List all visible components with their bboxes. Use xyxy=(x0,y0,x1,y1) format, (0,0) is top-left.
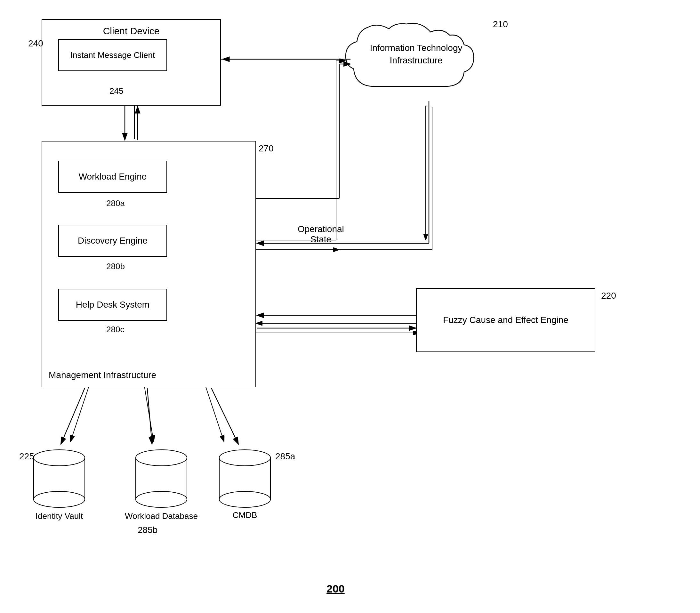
it-infrastructure-text: Information Technology Infrastructure xyxy=(367,42,466,67)
svg-point-19 xyxy=(34,491,85,507)
workload-database-db: Workload Database xyxy=(125,445,198,522)
figure-number: 200 xyxy=(327,583,345,595)
workload-database-label: Workload Database xyxy=(125,510,198,522)
id-270: 270 xyxy=(259,143,274,154)
discovery-engine-box: Discovery Engine xyxy=(58,225,167,257)
instant-message-client-label: Instant Message Client xyxy=(70,50,155,60)
help-desk-system-box: Help Desk System xyxy=(58,289,167,321)
id-240: 240 xyxy=(28,38,43,49)
svg-line-16 xyxy=(205,384,224,442)
svg-point-22 xyxy=(136,491,187,507)
id-285a: 285a xyxy=(275,451,295,461)
svg-point-18 xyxy=(34,450,85,466)
id-285b: 285b xyxy=(137,525,158,535)
discovery-engine-label: Discovery Engine xyxy=(78,236,147,246)
management-infrastructure-box: Management Infrastructure Workload Engin… xyxy=(42,141,256,387)
client-device-box: Client Device Instant Message Client 245 xyxy=(42,19,221,106)
cmdb-label: CMDB xyxy=(233,510,257,520)
id-245: 245 xyxy=(109,86,123,96)
fuzzy-engine-label: Fuzzy Cause and Effect Engine xyxy=(440,312,572,328)
cmdb-db: CMDB xyxy=(217,445,272,520)
svg-point-25 xyxy=(219,491,270,507)
id-280a: 280a xyxy=(106,198,125,208)
identity-vault-db: Identity Vault xyxy=(32,445,87,522)
it-infrastructure-cloud: Information Technology Infrastructure xyxy=(336,16,496,113)
id-220: 220 xyxy=(601,291,616,301)
fuzzy-engine-box: Fuzzy Cause and Effect Engine xyxy=(416,288,595,352)
svg-point-21 xyxy=(136,450,187,466)
id-280c: 280c xyxy=(106,325,124,335)
id-225: 225 xyxy=(19,451,34,461)
help-desk-system-label: Help Desk System xyxy=(76,300,149,310)
svg-line-39 xyxy=(147,388,152,444)
svg-point-24 xyxy=(219,450,270,466)
workload-engine-box: Workload Engine xyxy=(58,161,167,193)
operational-state-label: OperationalState xyxy=(298,224,344,245)
cmdb-svg xyxy=(217,445,272,509)
id-210: 210 xyxy=(493,19,508,29)
diagram: Client Device Instant Message Client 245… xyxy=(0,0,700,613)
identity-vault-label: Identity Vault xyxy=(36,510,83,522)
id-280b: 280b xyxy=(106,262,125,272)
identity-vault-svg xyxy=(32,445,87,509)
management-infrastructure-label: Management Infrastructure xyxy=(49,370,156,380)
instant-message-client-box: Instant Message Client xyxy=(58,39,167,71)
workload-engine-label: Workload Engine xyxy=(79,172,147,182)
workload-database-svg xyxy=(134,445,188,509)
svg-line-40 xyxy=(211,388,238,444)
svg-line-38 xyxy=(61,388,85,444)
svg-line-15 xyxy=(144,384,154,442)
svg-line-14 xyxy=(70,384,90,442)
client-device-label: Client Device xyxy=(103,26,160,37)
